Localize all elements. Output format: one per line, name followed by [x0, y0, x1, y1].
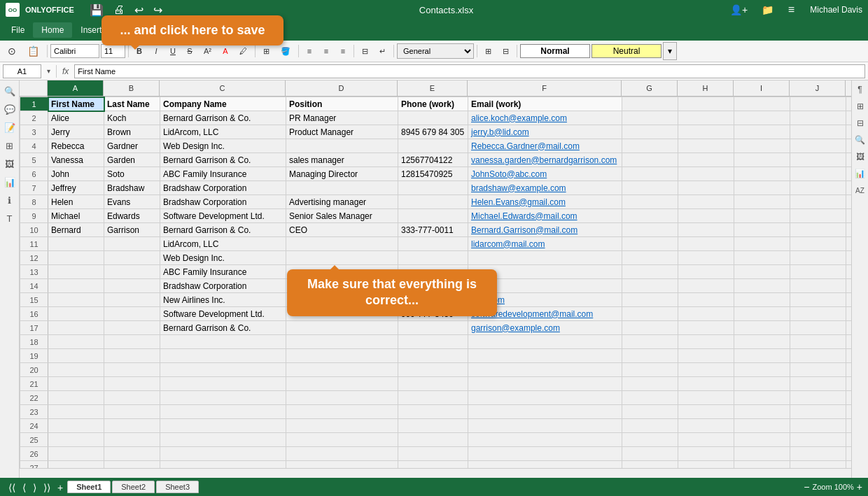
right-sidebar-az-icon[interactable]: AZ — [853, 183, 868, 198]
menu-home[interactable]: Home — [33, 22, 72, 38]
sep8 — [517, 45, 517, 57]
col-header-c[interactable]: C — [160, 80, 286, 96]
strikethrough-button[interactable]: S — [182, 43, 197, 59]
cell-i1[interactable] — [734, 97, 790, 111]
style-normal[interactable]: Normal — [520, 44, 590, 58]
sheet-add-button[interactable]: + — [55, 482, 66, 493]
col-header-j[interactable]: J — [790, 80, 846, 96]
style-dropdown[interactable]: ▾ — [663, 42, 677, 60]
sheet-tab-1[interactable]: Sheet1 — [67, 481, 111, 493]
cell-e1[interactable]: Phone (work) — [398, 97, 468, 111]
formula-input[interactable] — [74, 64, 865, 78]
cell-h1[interactable] — [678, 97, 734, 111]
right-sidebar-grid-icon[interactable]: ⊞ — [853, 99, 868, 114]
fill-button[interactable]: ⊟ — [498, 43, 514, 59]
superscript-button[interactable]: A² — [199, 43, 216, 59]
cell-f2[interactable]: alice.koch@example.com — [468, 111, 622, 125]
format-dropdown[interactable]: General Number Currency Date — [397, 43, 474, 59]
cell-c1[interactable]: Company Name — [160, 97, 286, 111]
copy-format-button[interactable]: ⊙ — [3, 43, 21, 59]
sidebar-chat-icon[interactable]: 💬 — [2, 101, 18, 117]
right-sidebar-img2-icon[interactable]: 🖼 — [853, 149, 868, 164]
cell-d1[interactable]: Position — [286, 97, 398, 111]
col-header-i[interactable]: I — [734, 80, 790, 96]
col-header-e[interactable]: E — [398, 80, 468, 96]
align-center-button[interactable]: ≡ — [318, 43, 334, 59]
sidebar-review-icon[interactable]: 📝 — [2, 120, 18, 135]
cell-k1[interactable] — [846, 97, 852, 111]
cell-a1[interactable]: First Name — [48, 97, 104, 111]
align-left-button[interactable]: ≡ — [302, 43, 317, 59]
cond-format-button[interactable]: ⊞ — [480, 43, 496, 59]
cell-ref-input[interactable] — [3, 64, 41, 78]
cell-d2[interactable]: PR Manager — [286, 111, 398, 125]
sheet-last-button[interactable]: ⟩⟩ — [41, 482, 53, 493]
col-header-d[interactable]: D — [286, 80, 398, 96]
table-row: 6 John Soto ABC Family Insurance Managin… — [20, 167, 852, 181]
formula-expand[interactable]: ▾ — [44, 67, 53, 75]
table-row: 20 — [20, 363, 852, 377]
highlight-button[interactable]: 🖊 — [234, 43, 252, 59]
sidebar-image-icon[interactable]: 🖼 — [2, 156, 18, 171]
sheet-tab-3[interactable]: Sheet3 — [156, 481, 199, 493]
table-row: 22 — [20, 391, 852, 405]
underline-button[interactable]: U — [165, 43, 181, 59]
col-headers: A B C D E F G H I J K — [20, 80, 851, 97]
align-right-button[interactable]: ≡ — [335, 43, 351, 59]
scroll-horizontal[interactable] — [20, 468, 851, 478]
row-num-7: 7 — [20, 181, 48, 195]
col-header-b[interactable]: B — [104, 80, 160, 96]
font-name-input[interactable] — [50, 44, 99, 58]
right-sidebar-search2-icon[interactable]: 🔍 — [853, 132, 868, 148]
table-row: 1 First Name Last Name Company Name Posi… — [20, 97, 852, 111]
sidebar-info-icon[interactable]: ℹ — [2, 192, 18, 208]
sidebar-chart-icon[interactable]: 📊 — [2, 174, 18, 190]
cell-b1[interactable]: Last Name — [104, 97, 160, 111]
sidebar-text-icon[interactable]: T — [2, 211, 18, 226]
folder-button[interactable]: 📁 — [757, 2, 778, 17]
font-color-button[interactable]: A — [218, 43, 233, 59]
right-sidebar-filter-icon[interactable]: ⊟ — [853, 115, 868, 131]
menu-file[interactable]: File — [3, 22, 33, 38]
col-header-a[interactable]: A — [48, 80, 104, 96]
table-row: 24 — [20, 419, 852, 433]
borders-button[interactable]: ⊞ — [258, 43, 274, 59]
cell-c2[interactable]: Bernard Garrison & Co. — [160, 111, 286, 125]
row-num-12: 12 — [20, 251, 48, 265]
row-num-14: 14 — [20, 279, 48, 293]
style-neutral[interactable]: Neutral — [592, 44, 662, 58]
wrap-button[interactable]: ↵ — [374, 43, 391, 59]
row-num-header — [20, 80, 48, 96]
menu-button[interactable]: ≡ — [783, 2, 799, 17]
col-header-k[interactable]: K — [846, 80, 851, 96]
table-row: 3 Jerry Brown LidArcom, LLC Product Mana… — [20, 125, 852, 139]
fill-color-button[interactable]: 🪣 — [276, 43, 295, 59]
paste-button[interactable]: 📋 — [22, 43, 44, 59]
tooltip-check: Make sure that everything is correct... — [287, 269, 497, 316]
cell-b2[interactable]: Koch — [104, 111, 160, 125]
col-header-f[interactable]: F — [468, 80, 622, 96]
font-size-input[interactable] — [101, 44, 125, 58]
sep6 — [393, 45, 394, 57]
sheet-tab-2[interactable]: Sheet2 — [112, 481, 155, 493]
sheet-next-button[interactable]: ⟩ — [30, 482, 39, 493]
sheet-first-button[interactable]: ⟨⟨ — [6, 482, 18, 493]
cell-f1[interactable]: Email (work) — [468, 97, 622, 111]
sheet-prev-button[interactable]: ⟨ — [20, 482, 29, 493]
cell-a2[interactable]: Alice — [48, 111, 104, 125]
cell-e2[interactable] — [398, 111, 468, 125]
cell-j1[interactable] — [790, 97, 846, 111]
user-add-button[interactable]: 👤+ — [726, 2, 752, 17]
zoom-in-button[interactable]: + — [857, 481, 862, 493]
sidebar-search-icon[interactable]: 🔍 — [2, 83, 18, 99]
merge-button[interactable]: ⊟ — [357, 43, 373, 59]
zoom-out-button[interactable]: − — [804, 481, 809, 493]
right-sidebar: ¶ ⊞ ⊟ 🔍 🖼 📊 AZ — [851, 80, 868, 478]
cell-g1[interactable] — [622, 97, 678, 111]
italic-button[interactable]: I — [148, 43, 164, 59]
col-header-g[interactable]: G — [622, 80, 678, 96]
sidebar-named-ranges-icon[interactable]: ⊞ — [2, 138, 18, 153]
right-sidebar-para-icon[interactable]: ¶ — [853, 82, 868, 97]
right-sidebar-chart2-icon[interactable]: 📊 — [853, 166, 868, 181]
col-header-h[interactable]: H — [678, 80, 734, 96]
